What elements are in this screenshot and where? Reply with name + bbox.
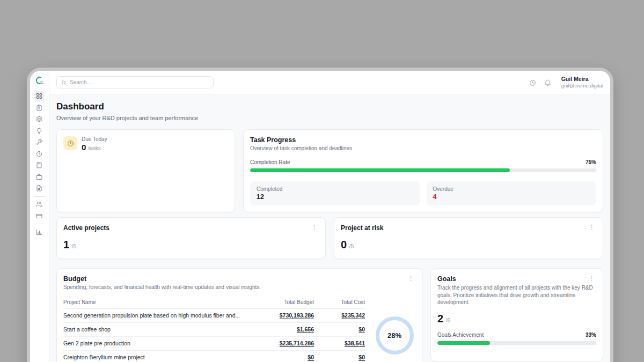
due-today-clock-icon <box>63 136 77 150</box>
total-budget-cell[interactable]: $1,656 <box>255 326 314 333</box>
sidebar-item-lightbulb[interactable] <box>34 125 45 136</box>
goals-title: Goals <box>437 275 456 283</box>
clipboard-icon <box>36 105 42 111</box>
total-cost-cell[interactable]: $38,541 <box>314 340 365 346</box>
total-cost-cell[interactable]: $0 <box>314 326 365 333</box>
sidebar-item-users[interactable] <box>34 200 45 210</box>
search-icon <box>61 80 67 85</box>
sidebar-item-briefcase[interactable] <box>34 172 45 182</box>
calculator-icon <box>36 162 42 168</box>
total-budget-cell[interactable]: $235,714.286 <box>255 340 314 346</box>
dashboard-content: Dashboard Overview of your R&D projects … <box>49 94 610 362</box>
device-frame: V1.0 Search... Guil M <box>27 68 613 362</box>
total-budget-cell[interactable]: $0 <box>255 354 314 360</box>
project-name-cell: Creighton Beryllium mine project <box>63 354 255 360</box>
sidebar-item-document[interactable] <box>34 183 45 194</box>
wrench-icon <box>36 139 42 145</box>
project-name-cell: Gen 2 plate pre-production <box>63 340 255 346</box>
total-cost-cell[interactable]: $0 <box>314 354 365 360</box>
dashboard-grid-icon <box>36 93 42 99</box>
task-progress-stats: Completed12Overdue4 <box>250 181 596 205</box>
clock-icon <box>36 151 42 157</box>
budget-donut-wrap: 28% <box>374 297 415 362</box>
project-at-risk-card: Project at risk ⋮ 0 /5 <box>334 217 603 259</box>
goals-achievement-label: Goals Achievement <box>437 332 484 338</box>
credit-card-icon <box>36 213 42 219</box>
notifications-bell-icon[interactable] <box>544 79 551 86</box>
active-projects-menu-icon[interactable]: ⋮ <box>310 224 319 231</box>
budget-menu-icon[interactable]: ⋮ <box>406 275 415 282</box>
search-input[interactable]: Search... <box>56 76 214 88</box>
sidebar-item-bar-chart[interactable] <box>34 227 45 237</box>
page-title: Dashboard <box>56 101 603 113</box>
budget-donut-chart: 28% <box>376 316 414 354</box>
project-at-risk-total: /5 <box>349 243 354 249</box>
budget-donut-value: 28% <box>387 331 401 339</box>
due-today-label: Due Today <box>82 136 107 142</box>
goals-subtitle: Track the progress and alignment of all … <box>437 284 596 306</box>
lightbulb-icon <box>36 128 42 134</box>
budget-card: Budget ⋮ Spending, forecasts, and financ… <box>56 268 422 362</box>
budget-title: Budget <box>63 275 86 283</box>
user-name: Guil Meira <box>561 76 603 83</box>
goals-progress-bar <box>437 341 596 345</box>
completion-progress-bar <box>250 168 596 172</box>
user-menu[interactable]: Guil Meira guil@creme.digital <box>561 76 603 89</box>
completion-progress-fill <box>250 168 510 172</box>
sidebar-item-calculator[interactable] <box>34 160 45 171</box>
project-name-cell: Start a coffee shop <box>63 326 255 333</box>
topbar: Search... Guil Meira guil@creme.digital <box>49 71 610 94</box>
budget-subtitle: Spending, forecasts, and financial healt… <box>63 284 415 290</box>
column-total-cost: Total Cost <box>314 299 365 305</box>
task-progress-subtitle: Overview of task completion and deadline… <box>250 145 596 151</box>
due-today-value: 0 <box>82 143 86 152</box>
active-projects-value: 1 <box>63 239 69 250</box>
table-row: Start a coffee shop$1,656$0 <box>63 323 365 337</box>
project-at-risk-title: Project at risk <box>341 224 383 232</box>
stat-completed: Completed12 <box>250 181 420 205</box>
search-placeholder: Search... <box>70 79 91 85</box>
user-email: guil@creme.digital <box>561 83 603 89</box>
sidebar-item-wrench[interactable] <box>34 137 45 147</box>
due-today-card: Due Today 0 tasks <box>56 129 235 212</box>
document-icon <box>36 185 42 191</box>
total-cost-cell[interactable]: $235,342 <box>314 312 365 319</box>
active-projects-card: Active projects ⋮ 1 /5 <box>56 217 326 259</box>
table-row: Second generation propulsion plate based… <box>63 309 365 323</box>
active-projects-title: Active projects <box>63 224 109 232</box>
completion-rate-value: 75% <box>586 159 596 165</box>
sidebar-item-clipboard[interactable] <box>34 102 45 113</box>
total-budget-cell[interactable]: $730,193.286 <box>255 312 314 319</box>
sidebar-divider <box>34 224 45 224</box>
app-window: V1.0 Search... Guil M <box>30 71 610 362</box>
due-today-unit: tasks <box>89 145 101 151</box>
project-at-risk-menu-icon[interactable]: ⋮ <box>587 224 596 231</box>
project-at-risk-value: 0 <box>341 239 347 250</box>
sidebar-divider <box>34 196 45 197</box>
stat-value: 4 <box>433 193 590 201</box>
bar-chart-icon <box>36 229 42 235</box>
column-total-budget: Total Budget <box>255 299 314 305</box>
goals-value: 2 <box>437 313 443 324</box>
layers-icon <box>36 116 42 122</box>
sidebar-item-clock[interactable] <box>34 149 45 159</box>
users-icon <box>36 201 42 208</box>
goals-achievement-value: 33% <box>586 332 596 338</box>
task-progress-title: Task Progress <box>250 136 596 144</box>
goals-menu-icon[interactable]: ⋮ <box>587 275 596 282</box>
sidebar-item-credit-card[interactable] <box>34 211 45 221</box>
task-progress-card: Task Progress Overview of task completio… <box>243 129 603 212</box>
active-projects-total: /5 <box>72 243 77 249</box>
history-clock-icon[interactable] <box>529 79 536 86</box>
table-row: Creighton Beryllium mine project$0$0 <box>63 351 365 362</box>
stat-overdue: Overdue4 <box>427 181 597 205</box>
sidebar: V1.0 <box>30 71 49 362</box>
stat-label: Overdue <box>433 186 590 192</box>
sidebar-item-layers[interactable] <box>34 114 45 124</box>
goals-progress-fill <box>437 341 490 345</box>
sidebar-item-dashboard-grid[interactable] <box>34 91 45 101</box>
table-row: Gen 2 plate pre-production$235,714.286$3… <box>63 337 365 351</box>
completion-rate-label: Completion Rate <box>250 159 290 165</box>
creme-logo-icon <box>34 75 45 86</box>
main-area: Search... Guil Meira guil@creme.digital <box>49 71 610 362</box>
